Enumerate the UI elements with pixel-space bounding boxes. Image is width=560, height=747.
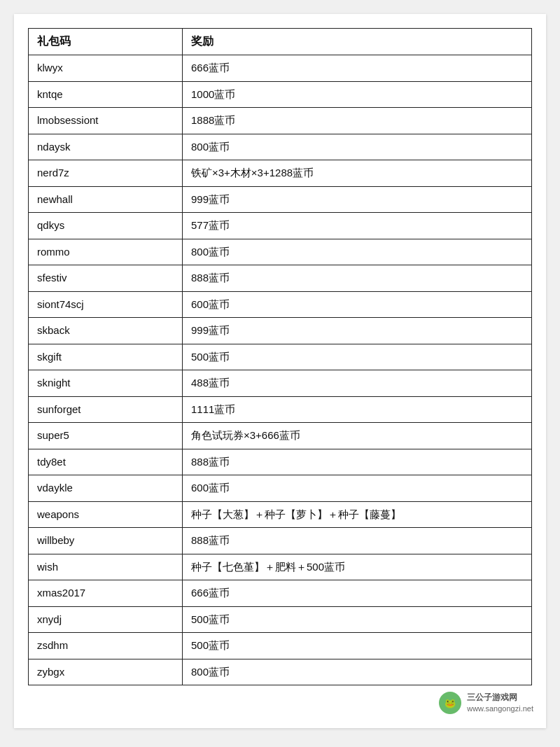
reward-cell: 铁矿×3+木材×3+1288蓝币	[183, 160, 532, 187]
reward-cell: 500蓝币	[183, 633, 532, 659]
reward-cell: 500蓝币	[183, 344, 532, 370]
gift-code-cell: kntqe	[29, 81, 183, 108]
reward-cell: 种子【大葱】＋种子【萝卜】＋种子【藤蔓】	[183, 501, 532, 528]
table-row: sfestiv888蓝币	[29, 265, 532, 292]
table-row: vdaykle600蓝币	[29, 475, 532, 502]
gift-code-cell: zybgx	[29, 659, 183, 685]
gift-code-cell: willbeby	[29, 528, 183, 554]
gift-code-cell: weapons	[29, 501, 183, 528]
gift-code-cell: wish	[29, 554, 183, 580]
gift-code-cell: sknight	[29, 370, 183, 397]
table-row: zybgx800蓝币	[29, 659, 532, 685]
gift-code-cell: vdaykle	[29, 475, 183, 502]
gift-code-cell: tdy8et	[29, 449, 183, 475]
watermark-text: 三公子游戏网 www.sangongzi.net	[467, 692, 533, 714]
gift-code-cell: newhall	[29, 186, 183, 213]
reward-cell: 角色试玩券×3+666蓝币	[183, 423, 532, 449]
reward-cell: 1000蓝币	[183, 81, 532, 108]
reward-cell: 488蓝币	[183, 370, 532, 397]
reward-cell: 种子【七色堇】＋肥料＋500蓝币	[183, 554, 532, 580]
table-row: weapons种子【大葱】＋种子【萝卜】＋种子【藤蔓】	[29, 501, 532, 528]
column-header-reward: 奖励	[183, 29, 532, 55]
table-row: skgift500蓝币	[29, 344, 532, 370]
watermark-icon: 🐸	[438, 690, 463, 715]
table-row: rommo800蓝币	[29, 239, 532, 265]
table-row: willbeby888蓝币	[29, 528, 532, 554]
svg-text:🐸: 🐸	[444, 697, 456, 709]
table-row: klwyx666蓝币	[29, 55, 532, 82]
reward-cell: 999蓝币	[183, 186, 532, 213]
table-row: qdkys577蓝币	[29, 213, 532, 239]
gift-code-cell: zsdhm	[29, 633, 183, 659]
reward-cell: 800蓝币	[183, 239, 532, 265]
table-row: newhall999蓝币	[29, 186, 532, 213]
reward-cell: 888蓝币	[183, 265, 532, 292]
table-row: xmas2017666蓝币	[29, 580, 532, 607]
reward-cell: 1111蓝币	[183, 396, 532, 423]
gift-code-cell: lmobsessiont	[29, 108, 183, 134]
reward-cell: 600蓝币	[183, 475, 532, 502]
table-row: tdy8et888蓝币	[29, 449, 532, 475]
reward-cell: 800蓝币	[183, 659, 532, 685]
gift-code-cell: super5	[29, 423, 183, 449]
table-row: kntqe1000蓝币	[29, 81, 532, 108]
gift-code-cell: xmas2017	[29, 580, 183, 607]
gift-code-cell: xnydj	[29, 606, 183, 633]
watermark: 🐸 三公子游戏网 www.sangongzi.net	[438, 690, 533, 715]
reward-cell: 888蓝币	[183, 528, 532, 554]
reward-cell: 577蓝币	[183, 213, 532, 239]
gift-code-cell: klwyx	[29, 55, 183, 82]
page-container: 礼包码 奖励 klwyx666蓝币kntqe1000蓝币lmobsessiont…	[14, 14, 546, 728]
table-row: wish种子【七色堇】＋肥料＋500蓝币	[29, 554, 532, 580]
table-row: skback999蓝币	[29, 318, 532, 344]
watermark-site-name: 三公子游戏网	[467, 692, 533, 704]
gift-code-cell: sunforget	[29, 396, 183, 423]
reward-cell: 500蓝币	[183, 606, 532, 633]
table-row: sunforget1111蓝币	[29, 396, 532, 423]
table-row: siont74scj600蓝币	[29, 291, 532, 318]
reward-cell: 800蓝币	[183, 134, 532, 160]
gift-code-cell: qdkys	[29, 213, 183, 239]
table-row: sknight488蓝币	[29, 370, 532, 397]
watermark-site-url: www.sangongzi.net	[467, 704, 533, 714]
reward-cell: 888蓝币	[183, 449, 532, 475]
gift-code-cell: skgift	[29, 344, 183, 370]
reward-cell: 999蓝币	[183, 318, 532, 344]
reward-cell: 666蓝币	[183, 55, 532, 82]
table-row: xnydj500蓝币	[29, 606, 532, 633]
table-row: nerd7z铁矿×3+木材×3+1288蓝币	[29, 160, 532, 187]
gift-code-cell: sfestiv	[29, 265, 183, 292]
table-row: zsdhm500蓝币	[29, 633, 532, 659]
gift-code-cell: ndaysk	[29, 134, 183, 160]
column-header-code: 礼包码	[29, 29, 183, 55]
gift-code-table: 礼包码 奖励 klwyx666蓝币kntqe1000蓝币lmobsessiont…	[28, 28, 532, 685]
gift-code-cell: rommo	[29, 239, 183, 265]
table-row: lmobsessiont1888蓝币	[29, 108, 532, 134]
reward-cell: 1888蓝币	[183, 108, 532, 134]
reward-cell: 600蓝币	[183, 291, 532, 318]
table-row: super5角色试玩券×3+666蓝币	[29, 423, 532, 449]
gift-code-cell: skback	[29, 318, 183, 344]
gift-code-cell: nerd7z	[29, 160, 183, 187]
gift-code-cell: siont74scj	[29, 291, 183, 318]
table-row: ndaysk800蓝币	[29, 134, 532, 160]
reward-cell: 666蓝币	[183, 580, 532, 607]
